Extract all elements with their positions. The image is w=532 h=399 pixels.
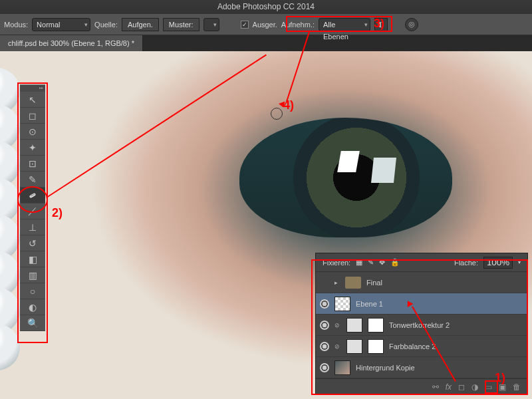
fill-label: Fläche:	[454, 259, 478, 267]
marquee-tool[interactable]: ◻	[20, 108, 45, 124]
expand-icon[interactable]: ▸	[334, 279, 340, 286]
document-tabs: chliff.psd bei 300% (Ebene 1, RGB/8) *	[0, 35, 532, 51]
svg-rect-0	[29, 192, 37, 198]
sampled-button[interactable]: Aufgen.	[122, 18, 159, 31]
lock-pixels-icon[interactable]: ✎	[368, 258, 374, 267]
fill-input[interactable]	[483, 257, 513, 269]
delete-icon[interactable]: 🗑	[513, 382, 521, 392]
source-label: Quelle:	[94, 21, 118, 29]
aligned-checkbox[interactable]: ✓	[241, 21, 249, 29]
lock-all-icon[interactable]: 🔒	[390, 258, 400, 267]
svg-line-1	[31, 194, 35, 196]
link-icon[interactable]: ⊘	[334, 343, 341, 350]
group-icon[interactable]: ▭	[485, 382, 492, 392]
layer-row-bg[interactable]: Hintergrund Kopie	[316, 357, 527, 378]
dodge-tool[interactable]: ◐	[20, 299, 45, 315]
layer-row-tone[interactable]: ⊘ Tonwertkorrektur 2	[316, 315, 527, 336]
eraser-tool[interactable]: ◧	[20, 251, 45, 267]
zoom-tool[interactable]: 🔍	[20, 315, 45, 331]
layer-row-ebene1[interactable]: Ebene 1	[316, 293, 527, 315]
options-bar: Modus: Normal Quelle: Aufgen. Muster: ✓ …	[0, 14, 532, 35]
layer-row-final[interactable]: ▸ Final	[316, 272, 527, 293]
fill-dropdown-icon[interactable]: ▾	[518, 259, 521, 265]
fx-icon[interactable]: fx	[446, 382, 452, 392]
healing-brush-tool[interactable]	[20, 188, 45, 203]
folder-icon	[345, 277, 361, 289]
layers-footer: ⚯ fx ◻ ◑ ▭ ▣ 🗑	[316, 378, 527, 394]
document-tab[interactable]: chliff.psd bei 300% (Ebene 1, RGB/8) *	[0, 35, 143, 51]
lasso-tool[interactable]: ⊙	[20, 124, 45, 140]
visibility-icon[interactable]	[320, 299, 329, 309]
sample-dropdown[interactable]: Alle Ebenen	[319, 18, 370, 31]
ignore-adj-icon[interactable]: ◐	[374, 18, 388, 31]
link-icon[interactable]: ⊘	[334, 322, 341, 329]
gradient-tool[interactable]: ▥	[20, 267, 45, 283]
lock-label: Fixieren:	[323, 259, 350, 267]
blur-tool[interactable]: ○	[20, 283, 45, 299]
pressure-icon[interactable]: ◎	[405, 18, 418, 31]
mask-thumbnail[interactable]	[368, 318, 384, 332]
mask-thumbnail[interactable]	[368, 339, 384, 354]
adjustment-thumbnail[interactable]	[346, 339, 362, 354]
mode-label: Modus:	[4, 21, 28, 29]
lock-position-icon[interactable]: ✥	[379, 258, 385, 267]
aligned-label: Ausger.	[253, 21, 277, 29]
sample-label: Aufnehm.:	[281, 21, 315, 29]
layers-header: Fixieren: ▦ ✎ ✥ 🔒 Fläche: ▾	[316, 253, 527, 272]
brush-tool[interactable]: ／	[20, 203, 45, 219]
layer-name: Farbbalance 2	[389, 342, 436, 350]
pattern-button[interactable]: Muster:	[163, 18, 200, 31]
layer-name: Tonwertkorrektur 2	[389, 321, 450, 329]
layer-thumbnail[interactable]	[334, 360, 350, 375]
move-tool[interactable]: ↖	[20, 92, 45, 108]
layer-name: Ebene 1	[356, 300, 383, 308]
toolbox: ↖ ◻ ⊙ ✦ ⊡ ✎ ／ ⊥ ↺ ◧ ▥ ○ ◐ 🔍	[20, 84, 45, 331]
lock-transparent-icon[interactable]: ▦	[356, 258, 362, 267]
layer-thumbnail[interactable]	[334, 297, 350, 311]
adjustment-thumbnail[interactable]	[346, 318, 362, 332]
brush-cursor	[271, 108, 283, 120]
mode-dropdown[interactable]: Normal	[32, 18, 90, 31]
visibility-icon[interactable]	[320, 342, 329, 351]
window-titlebar: Adobe Photoshop CC 2014	[0, 0, 532, 14]
magic-wand-tool[interactable]: ✦	[20, 140, 45, 156]
new-layer-icon[interactable]: ▣	[499, 382, 506, 392]
eyedropper-tool[interactable]: ✎	[20, 172, 45, 188]
mask-icon[interactable]: ◻	[458, 382, 465, 392]
app-title: Adobe Photoshop CC 2014	[217, 2, 315, 11]
visibility-icon[interactable]	[320, 321, 329, 330]
layer-name: Final	[366, 279, 382, 287]
visibility-icon[interactable]	[320, 363, 329, 372]
clone-stamp-tool[interactable]: ⊥	[20, 219, 45, 235]
adjustment-icon[interactable]: ◑	[471, 382, 478, 392]
link-layers-icon[interactable]: ⚯	[432, 382, 439, 392]
layers-panel: Fixieren: ▦ ✎ ✥ 🔒 Fläche: ▾ ▸ Final Eben…	[315, 253, 528, 395]
history-brush-tool[interactable]: ↺	[20, 235, 45, 251]
eye-image	[239, 118, 452, 237]
crop-tool[interactable]: ⊡	[20, 156, 45, 172]
pattern-picker[interactable]	[203, 18, 219, 31]
layer-row-color[interactable]: ⊘ Farbbalance 2	[316, 336, 527, 357]
toolbox-collapse-icon[interactable]	[20, 85, 45, 92]
layer-name: Hintergrund Kopie	[356, 364, 415, 372]
